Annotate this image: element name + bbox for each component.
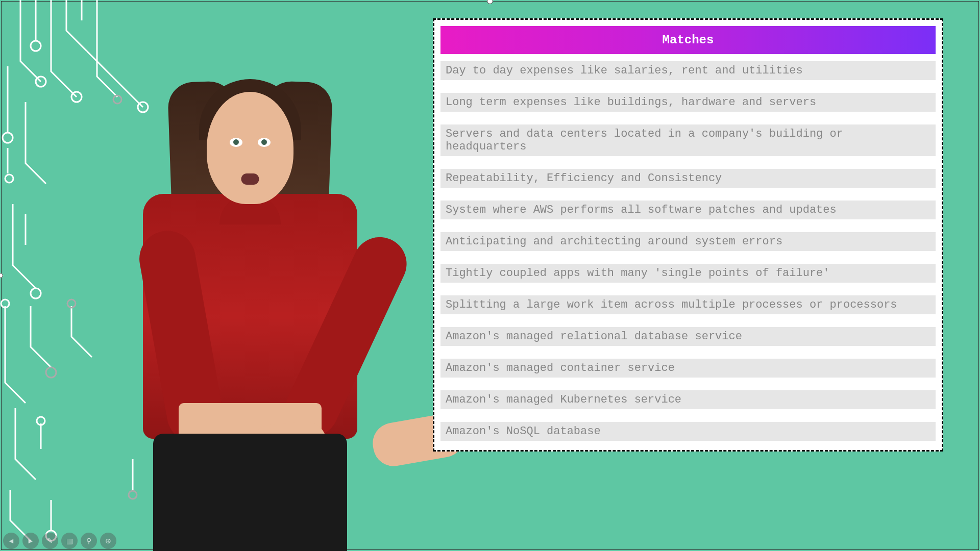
match-item[interactable]: Splitting a large work item across multi… xyxy=(440,295,936,314)
svg-point-1 xyxy=(31,41,41,51)
match-item[interactable]: Tightly coupled apps with many 'single p… xyxy=(440,264,936,283)
layout-button[interactable]: ▦ xyxy=(61,533,78,549)
zoom-button[interactable]: ⚲ xyxy=(81,533,97,549)
top-notch-decoration xyxy=(487,0,493,4)
fit-button[interactable]: ⊕ xyxy=(100,533,116,549)
match-item[interactable]: Amazon's NoSQL database xyxy=(440,422,936,441)
match-item[interactable]: Anticipating and architecting around sys… xyxy=(440,232,936,251)
svg-point-6 xyxy=(5,174,13,183)
svg-point-7 xyxy=(31,288,41,298)
svg-point-9 xyxy=(46,367,56,378)
match-item[interactable]: Day to day expenses like salaries, rent … xyxy=(440,61,936,80)
matches-header: Matches xyxy=(440,26,936,54)
match-item[interactable]: System where AWS performs all software p… xyxy=(440,201,936,219)
match-item[interactable]: Servers and data centers located in a co… xyxy=(440,124,936,156)
svg-point-5 xyxy=(3,133,13,143)
side-notch-decoration xyxy=(0,273,3,278)
match-item[interactable]: Repeatability, Efficiency and Consistenc… xyxy=(440,169,936,188)
match-item[interactable]: Long term expenses like buildings, hardw… xyxy=(440,93,936,112)
prev-slide-button[interactable]: ◄ xyxy=(3,533,19,549)
pen-tool-button[interactable]: ✎ xyxy=(42,533,58,549)
presentation-toolbar: ◄ ► ✎ ▦ ⚲ ⊕ xyxy=(3,533,116,549)
svg-point-0 xyxy=(36,77,46,87)
match-item[interactable]: Amazon's managed relational database ser… xyxy=(440,327,936,346)
svg-point-10 xyxy=(37,417,45,425)
video-presenter xyxy=(66,8,434,551)
next-slide-button[interactable]: ► xyxy=(22,533,39,549)
matches-panel: Matches Day to day expenses like salarie… xyxy=(433,18,943,452)
svg-point-8 xyxy=(1,299,9,308)
match-item[interactable]: Amazon's managed Kubernetes service xyxy=(440,390,936,409)
match-item[interactable]: Amazon's managed container service xyxy=(440,359,936,378)
